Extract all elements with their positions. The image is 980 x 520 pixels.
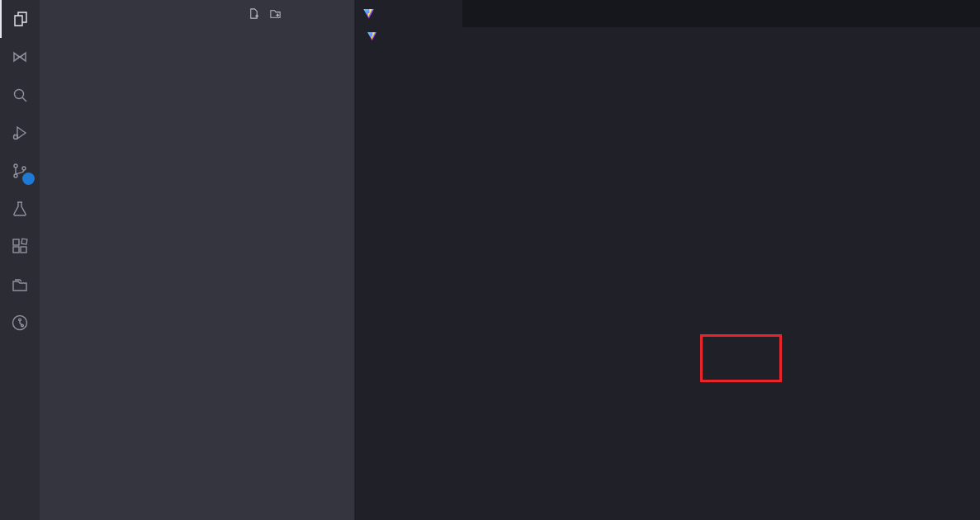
file-tree (40, 26, 354, 520)
explorer-sidebar (40, 0, 355, 520)
refresh-icon[interactable] (288, 5, 305, 21)
testing-icon[interactable] (0, 190, 40, 228)
source-control-badge (22, 173, 35, 185)
editor-group (355, 0, 980, 520)
new-file-icon[interactable] (245, 5, 262, 21)
collapse-all-icon[interactable] (310, 5, 326, 21)
vscode-window (0, 0, 980, 520)
run-debug-icon[interactable] (0, 114, 40, 152)
breadcrumb (355, 27, 980, 45)
more-actions-icon[interactable] (331, 5, 348, 21)
tab-bar (355, 0, 980, 27)
code-editor[interactable] (355, 45, 980, 520)
tab-vite-config[interactable] (355, 0, 462, 27)
file-explorer-icon[interactable] (0, 266, 40, 304)
explorer-header (40, 0, 354, 26)
vs-logo-icon[interactable] (0, 38, 40, 76)
new-folder-icon[interactable] (267, 5, 283, 21)
explorer-icon[interactable] (0, 0, 40, 38)
vite-logo-icon (367, 32, 376, 40)
source-control-icon[interactable] (0, 152, 40, 190)
vite-logo-icon (363, 9, 374, 19)
extensions-icon[interactable] (0, 228, 40, 266)
activity-bar (0, 0, 40, 520)
git-graph-icon[interactable] (0, 304, 40, 342)
search-icon[interactable] (0, 76, 40, 114)
